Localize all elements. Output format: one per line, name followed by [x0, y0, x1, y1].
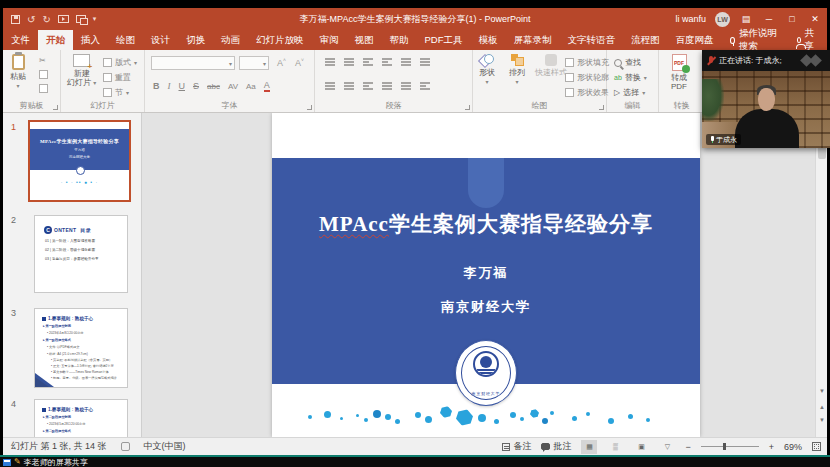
- paste-button[interactable]: 粘贴▾: [10, 54, 26, 90]
- align-right-icon[interactable]: [363, 82, 373, 90]
- tab-slideshow[interactable]: 幻灯片放映: [248, 30, 312, 50]
- participant-video[interactable]: 于成永: [702, 71, 830, 148]
- tab-pdf-tools[interactable]: PDF工具: [417, 30, 471, 50]
- accessibility-icon[interactable]: [121, 442, 130, 451]
- convert-to-pdf-button[interactable]: PDF 转成PDF: [671, 54, 687, 91]
- ribbon-display-options-icon[interactable]: ▤: [739, 14, 753, 24]
- tab-home[interactable]: 开始: [38, 30, 73, 50]
- slide-sorter-view-button[interactable]: ▒: [607, 440, 623, 454]
- zoom-percentage[interactable]: 69%: [784, 442, 802, 452]
- shrink-font-button[interactable]: A˅: [293, 57, 306, 68]
- vertical-scrollbar[interactable]: ▼ ▲ ▼: [815, 113, 827, 437]
- zoom-slider-knob[interactable]: [723, 443, 726, 450]
- window-view-icon[interactable]: [76, 15, 86, 23]
- slide-thumbnail-2[interactable]: C ONTENT 目录 01 | 第一阶段：入围百强资格赛 02 | 第二阶段：…: [34, 215, 128, 293]
- section-button[interactable]: 节▾: [103, 87, 129, 98]
- slide-organization[interactable]: 南京财经大学: [272, 298, 700, 316]
- comments-toggle[interactable]: 批注: [541, 440, 571, 453]
- increase-indent-icon[interactable]: [382, 58, 392, 66]
- underline-button[interactable]: U: [179, 81, 186, 91]
- scroll-down-icon[interactable]: ▼: [816, 385, 827, 398]
- decrease-indent-icon[interactable]: [363, 58, 373, 66]
- zoom-out-button[interactable]: −: [685, 442, 690, 452]
- tab-insert[interactable]: 插入: [73, 30, 108, 50]
- next-slide-icon[interactable]: ▼: [816, 414, 827, 427]
- reading-view-button[interactable]: ▣: [633, 440, 649, 454]
- maximize-button[interactable]: □: [785, 14, 799, 24]
- quick-styles-button[interactable]: 快速样式: [535, 54, 567, 77]
- mic-muted-icon[interactable]: [707, 56, 715, 66]
- notes-toggle[interactable]: 备注: [502, 440, 531, 453]
- annotate-pen-icon[interactable]: ✎: [14, 458, 21, 466]
- tab-review[interactable]: 审阅: [312, 30, 347, 50]
- zoom-in-button[interactable]: +: [769, 442, 774, 452]
- tab-templates[interactable]: 模板: [471, 30, 506, 50]
- select-button[interactable]: ▷选择▾: [614, 87, 645, 98]
- text-direction-icon[interactable]: [420, 58, 430, 66]
- justify-icon[interactable]: [382, 82, 392, 90]
- find-button[interactable]: 查找: [614, 57, 641, 68]
- char-spacing-button[interactable]: AV: [228, 82, 238, 91]
- shapes-button[interactable]: 形状▾: [479, 54, 495, 86]
- shape-outline-button[interactable]: 形状轮廓: [565, 72, 609, 83]
- line-spacing-icon[interactable]: [401, 58, 411, 66]
- shape-effects-button[interactable]: 形状效果: [565, 87, 609, 98]
- tab-text-to-speech[interactable]: 文字转语音: [560, 30, 624, 50]
- columns-icon[interactable]: [401, 82, 411, 90]
- normal-view-button[interactable]: ▦: [581, 440, 597, 454]
- align-center-icon[interactable]: [344, 82, 354, 90]
- language-indicator[interactable]: 中文(中国): [144, 440, 186, 453]
- account-avatar[interactable]: LW: [715, 12, 730, 27]
- start-slideshow-icon[interactable]: [58, 15, 69, 23]
- slide-canvas[interactable]: MPAcc学生案例大赛指导经验分享 李万福 南京财经大学 南京财经大学: [272, 113, 700, 437]
- account-name[interactable]: li wanfu: [675, 14, 706, 24]
- tab-view[interactable]: 视图: [347, 30, 382, 50]
- previous-slide-icon[interactable]: ▲: [816, 401, 827, 414]
- arrange-button[interactable]: 排列▾: [509, 54, 525, 86]
- layout-button[interactable]: 版式▾: [103, 57, 137, 68]
- slide-thumbnail-panel[interactable]: 1 MPAcc学生案例大赛指导经验分享 李万福 南京财经大学 · • · •• …: [3, 113, 142, 437]
- minimize-button[interactable]: ─: [762, 14, 776, 24]
- tell-me-search[interactable]: 操作说明搜索: [722, 30, 787, 50]
- slide-title[interactable]: MPAcc学生案例大赛指导经验分享: [272, 210, 700, 238]
- tab-transitions[interactable]: 切换: [178, 30, 213, 50]
- change-case-button[interactable]: Aa: [246, 82, 256, 91]
- tab-animations[interactable]: 动画: [213, 30, 248, 50]
- italic-button[interactable]: I: [168, 81, 171, 91]
- redo-icon[interactable]: ↻: [42, 14, 50, 25]
- reset-button[interactable]: 重置: [103, 72, 131, 83]
- bullets-icon[interactable]: [325, 58, 335, 66]
- align-left-icon[interactable]: [325, 82, 335, 90]
- tab-flowchart[interactable]: 流程图: [623, 30, 668, 50]
- smartart-convert-icon[interactable]: [420, 82, 430, 90]
- replace-button[interactable]: ab替换▾: [614, 72, 647, 83]
- tab-file[interactable]: 文件: [3, 30, 38, 50]
- zoom-slider[interactable]: [701, 446, 759, 447]
- cut-button[interactable]: ✂: [39, 56, 46, 65]
- drawing-dialog-launcher[interactable]: [599, 105, 604, 110]
- fit-to-window-icon[interactable]: [812, 442, 821, 451]
- tab-draw[interactable]: 绘图: [108, 30, 143, 50]
- qat-customize-icon[interactable]: ▾: [93, 15, 97, 23]
- new-slide-button[interactable]: 新建幻灯片 ▾: [67, 54, 96, 87]
- font-color-button[interactable]: A: [264, 80, 270, 92]
- bold-button[interactable]: B: [153, 81, 160, 91]
- slide-thumbnail-3[interactable]: 1.赛事规则：熟稔于心 ▸ 第一阶段提交时间 • 2023年4月8日20:00之…: [34, 308, 128, 388]
- font-dialog-launcher[interactable]: [307, 105, 312, 110]
- close-button[interactable]: ✕: [808, 14, 822, 24]
- format-painter-button[interactable]: [39, 84, 48, 93]
- font-name-combo[interactable]: ▾: [151, 56, 235, 70]
- tab-baidu-pan[interactable]: 百度网盘: [668, 30, 722, 50]
- tab-design[interactable]: 设计: [143, 30, 178, 50]
- strikethrough-button[interactable]: S: [193, 81, 199, 91]
- slide-thumbnail-1[interactable]: MPAcc学生案例大赛指导经验分享 李万福 南京财经大学 · • · •• ● …: [28, 120, 131, 202]
- clipboard-dialog-launcher[interactable]: [53, 105, 58, 110]
- grow-font-button[interactable]: A˄: [275, 57, 288, 68]
- font-size-combo[interactable]: ▾: [239, 56, 269, 70]
- copy-button[interactable]: [39, 70, 48, 79]
- save-icon[interactable]: [11, 15, 20, 24]
- clear-strike-button[interactable]: abc: [207, 82, 220, 91]
- undo-icon[interactable]: ↺: [27, 14, 35, 25]
- paragraph-dialog-launcher[interactable]: [465, 105, 470, 110]
- slideshow-view-button[interactable]: ▽: [659, 440, 675, 454]
